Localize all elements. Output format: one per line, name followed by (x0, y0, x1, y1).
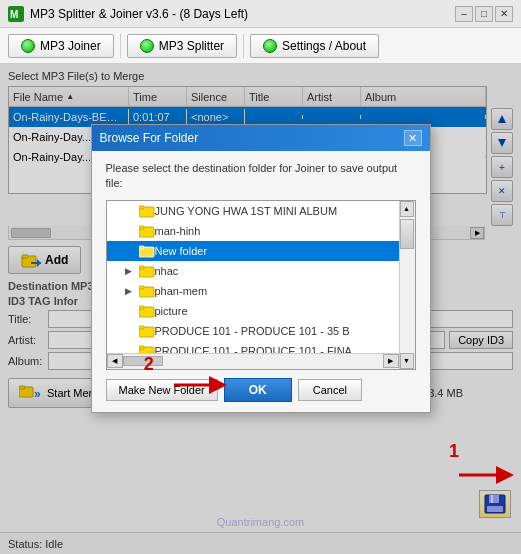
mp3joiner-button[interactable]: MP3 Joiner (8, 34, 114, 58)
close-button[interactable]: ✕ (495, 6, 513, 22)
dialog-title: Browse For Folder (100, 131, 199, 145)
folder-item[interactable]: New folder (107, 241, 415, 261)
folder-item[interactable]: ▶ phan-mem (107, 281, 415, 301)
settings-label: Settings / About (282, 39, 366, 53)
mp3splitter-button[interactable]: MP3 Splitter (127, 34, 237, 58)
scrollbar-thumb[interactable] (400, 219, 414, 249)
dialog-instruction: Please select the destination folder for… (106, 161, 416, 192)
folder-name: picture (155, 305, 188, 317)
svg-rect-28 (139, 326, 144, 329)
folder-icon (139, 224, 155, 238)
toolbar: MP3 Joiner MP3 Splitter Settings / About (0, 28, 521, 64)
expand-icon[interactable]: ▶ (125, 286, 139, 296)
folder-item[interactable]: man-hinh (107, 221, 415, 241)
arrow-1-svg (459, 461, 515, 491)
folder-icon (139, 284, 155, 298)
arrow1-container: 1 (459, 461, 515, 494)
green-circle-icon-2 (140, 39, 154, 53)
mp3splitter-label: MP3 Splitter (159, 39, 224, 53)
folder-name: New folder (155, 245, 208, 257)
svg-rect-30 (139, 346, 144, 349)
folder-item[interactable]: ▶ nhac (107, 261, 415, 281)
folder-icon (139, 264, 155, 278)
maximize-button[interactable]: □ (475, 6, 493, 22)
folder-item[interactable]: PRODUCE 101 - PRODUCE 101 - 35 B (107, 321, 415, 341)
svg-rect-20 (139, 246, 144, 249)
app-icon: M (8, 6, 24, 22)
settings-button[interactable]: Settings / About (250, 34, 379, 58)
folder-name: man-hinh (155, 225, 201, 237)
dialog-title-bar: Browse For Folder ✕ (92, 125, 430, 151)
folder-icon (139, 204, 155, 218)
folder-item[interactable]: picture (107, 301, 415, 321)
folder-icon (139, 244, 155, 258)
dialog-overlay: Browse For Folder ✕ Please select the de… (0, 64, 521, 554)
svg-rect-24 (139, 286, 144, 289)
svg-text:M: M (10, 9, 18, 20)
folder-icon (139, 324, 155, 338)
toolbar-separator (120, 34, 121, 58)
tree-scrollbar[interactable]: ▲ ▼ (399, 201, 415, 369)
green-circle-icon-3 (263, 39, 277, 53)
scroll-down-button[interactable]: ▼ (400, 353, 414, 369)
expand-icon[interactable]: ▶ (125, 266, 139, 276)
dialog-content: Please select the destination folder for… (92, 151, 430, 412)
folder-icon (139, 304, 155, 318)
browse-folder-dialog: Browse For Folder ✕ Please select the de… (91, 124, 431, 413)
svg-rect-26 (139, 306, 144, 309)
ok-button[interactable]: OK (224, 378, 292, 402)
toolbar-separator-2 (243, 34, 244, 58)
green-circle-icon (21, 39, 35, 53)
folder-name: JUNG YONG HWA 1ST MINI ALBUM (155, 205, 338, 217)
hscrollbar-thumb[interactable] (123, 356, 163, 366)
title-bar-text: MP3 Splitter & Joiner v3.6 - (8 Days Lef… (30, 7, 248, 21)
dialog-close-button[interactable]: ✕ (404, 130, 422, 146)
scroll-right-button-2[interactable]: ▶ (383, 354, 399, 368)
folder-item[interactable]: JUNG YONG HWA 1ST MINI ALBUM (107, 201, 415, 221)
title-bar: M MP3 Splitter & Joiner v3.6 - (8 Days L… (0, 0, 521, 28)
svg-rect-22 (139, 266, 144, 269)
scroll-up-button[interactable]: ▲ (400, 201, 414, 217)
folder-tree[interactable]: JUNG YONG HWA 1ST MINI ALBUM man-hinh (106, 200, 416, 370)
folder-name: nhac (155, 265, 179, 277)
arrow2-label: 2 (144, 354, 154, 375)
scroll-left-button[interactable]: ◀ (107, 354, 123, 368)
arrow1-label: 1 (449, 441, 459, 462)
arrow-2-svg (174, 374, 229, 396)
folder-name: phan-mem (155, 285, 208, 297)
minimize-button[interactable]: – (455, 6, 473, 22)
dialog-button-row: Make New Folder 2 OK Cancel (106, 378, 416, 402)
main-area: Select MP3 File(s) to Merge File Name ▲ … (0, 64, 521, 554)
mp3joiner-label: MP3 Joiner (40, 39, 101, 53)
folder-name: PRODUCE 101 - PRODUCE 101 - 35 B (155, 325, 350, 337)
svg-rect-18 (139, 226, 144, 229)
cancel-button[interactable]: Cancel (298, 379, 362, 401)
svg-rect-16 (139, 206, 144, 209)
